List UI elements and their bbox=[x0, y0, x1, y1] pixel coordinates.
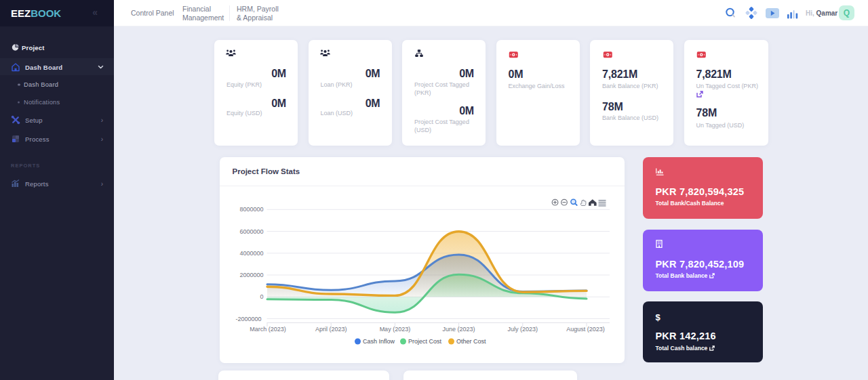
svg-text:August (2023): August (2023) bbox=[566, 326, 605, 333]
svg-text:July (2023): July (2023) bbox=[507, 326, 538, 333]
svg-text:6000000: 6000000 bbox=[239, 228, 263, 235]
svg-text:May (2023): May (2023) bbox=[379, 326, 410, 333]
svg-text:0: 0 bbox=[260, 293, 263, 300]
svg-text:4000000: 4000000 bbox=[239, 250, 263, 257]
svg-text:2000000: 2000000 bbox=[239, 272, 263, 278]
svg-text:-2000000: -2000000 bbox=[235, 316, 261, 322]
svg-text:March (2023): March (2023) bbox=[250, 326, 286, 333]
svg-text:8000000: 8000000 bbox=[239, 206, 263, 213]
svg-text:Cash Inflow: Cash Inflow bbox=[363, 338, 395, 345]
svg-text:April (2023): April (2023) bbox=[315, 326, 347, 333]
svg-text:Project Cost: Project Cost bbox=[408, 338, 442, 345]
svg-text:June (2023): June (2023) bbox=[442, 326, 475, 333]
svg-text:Other Cost: Other Cost bbox=[456, 338, 486, 345]
